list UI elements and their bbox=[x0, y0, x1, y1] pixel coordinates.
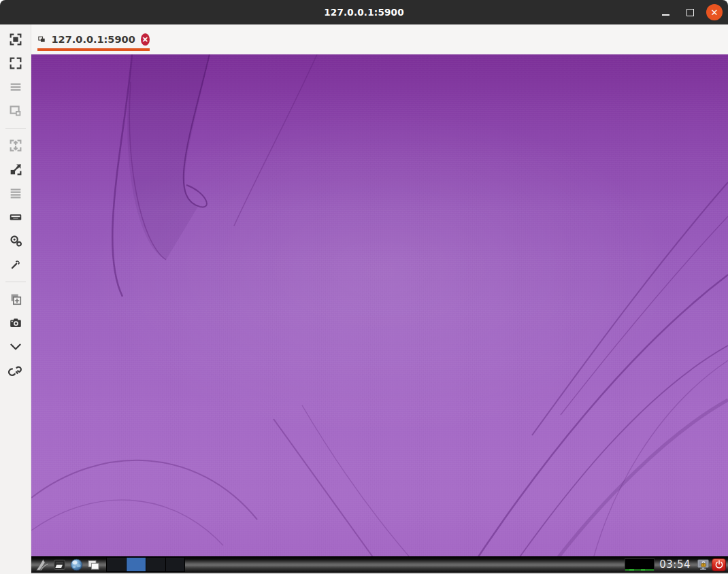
fit-window-button[interactable] bbox=[5, 30, 26, 49]
gears-icon bbox=[8, 233, 23, 248]
remmina-toolbar bbox=[0, 24, 31, 574]
cpu-trace bbox=[625, 569, 654, 571]
windows-icon bbox=[8, 103, 23, 118]
power-icon bbox=[714, 560, 724, 569]
chevron-down-icon bbox=[8, 339, 23, 354]
wallpaper-swirls bbox=[31, 54, 728, 574]
minimize-icon bbox=[662, 14, 669, 16]
lxde-taskbar: 03:54 bbox=[31, 556, 728, 574]
screenlock-button[interactable] bbox=[695, 556, 712, 573]
tools-button[interactable] bbox=[5, 255, 26, 274]
file-manager-launcher[interactable] bbox=[51, 556, 68, 573]
menu-bars-icon bbox=[8, 80, 23, 95]
active-tab-indicator bbox=[37, 48, 150, 51]
tab-close-button[interactable]: ✕ bbox=[141, 33, 150, 46]
maximize-icon bbox=[686, 9, 694, 16]
disconnect-button[interactable] bbox=[5, 361, 26, 380]
iconify-windows-button[interactable] bbox=[85, 556, 102, 573]
tab-close-icon: ✕ bbox=[142, 36, 148, 44]
switch-tabs-button[interactable] bbox=[5, 78, 26, 97]
maximize-button[interactable] bbox=[682, 4, 698, 20]
shutdown-button[interactable] bbox=[712, 558, 726, 571]
pager-desktop-3[interactable] bbox=[146, 557, 165, 572]
screenlock-icon bbox=[696, 558, 710, 572]
keyboard-icon bbox=[8, 209, 23, 224]
close-button[interactable]: ✕ bbox=[706, 4, 723, 20]
taskbar-clock[interactable]: 03:54 bbox=[659, 558, 691, 571]
titlebar: 127.0.0.1:5900 ✕ bbox=[0, 0, 728, 24]
preferences-button[interactable] bbox=[5, 231, 26, 250]
pager-desktop-1[interactable] bbox=[106, 557, 126, 572]
screenshot-button[interactable] bbox=[5, 314, 26, 333]
quality-bars-icon bbox=[8, 186, 23, 201]
lxde-menu-button[interactable] bbox=[34, 556, 51, 573]
grab-keyboard-button[interactable] bbox=[5, 207, 26, 226]
scale-quality-button[interactable] bbox=[5, 184, 26, 203]
toolbar-separator bbox=[5, 128, 26, 129]
file-manager-icon bbox=[52, 558, 67, 572]
scaled-mode-icon bbox=[8, 162, 23, 177]
window-controls: ✕ bbox=[657, 0, 723, 24]
dynamic-resolution-icon bbox=[8, 138, 23, 153]
minimize-button[interactable] bbox=[657, 4, 674, 20]
fullscreen-icon bbox=[8, 56, 23, 71]
dynamic-resolution-button[interactable] bbox=[5, 136, 26, 155]
new-connection-button[interactable] bbox=[5, 290, 26, 309]
close-icon: ✕ bbox=[711, 7, 718, 16]
tab-label: 127.0.0.1:5900 bbox=[52, 34, 135, 45]
web-browser-launcher[interactable] bbox=[68, 556, 85, 573]
scaled-mode-button[interactable] bbox=[5, 160, 26, 179]
globe-icon bbox=[69, 558, 84, 572]
minimize-window-button[interactable] bbox=[5, 337, 26, 356]
iconify-windows-icon bbox=[86, 558, 101, 572]
tab-strip: 127.0.0.1:5900 ✕ bbox=[31, 24, 728, 54]
pager-desktop-4[interactable] bbox=[165, 557, 185, 572]
toolbar-separator bbox=[5, 282, 26, 282]
fit-window-icon bbox=[8, 32, 23, 47]
pager-desktop-2[interactable] bbox=[126, 557, 146, 572]
wrench-icon bbox=[8, 257, 23, 272]
window-title: 127.0.0.1:5900 bbox=[0, 7, 728, 18]
cpu-monitor[interactable] bbox=[625, 558, 655, 571]
workspace-pager bbox=[106, 557, 185, 572]
multi-window-button[interactable] bbox=[5, 101, 26, 120]
fullscreen-button[interactable] bbox=[5, 54, 26, 73]
lxde-logo-icon bbox=[35, 558, 50, 572]
new-window-icon bbox=[8, 292, 23, 307]
remmina-window: 127.0.0.1:5900 ✕ bbox=[0, 0, 728, 574]
remote-desktop-view[interactable]: 03:54 bbox=[31, 54, 728, 574]
broken-link-icon bbox=[8, 363, 23, 378]
screens-icon bbox=[37, 34, 46, 46]
camera-icon bbox=[8, 316, 23, 331]
